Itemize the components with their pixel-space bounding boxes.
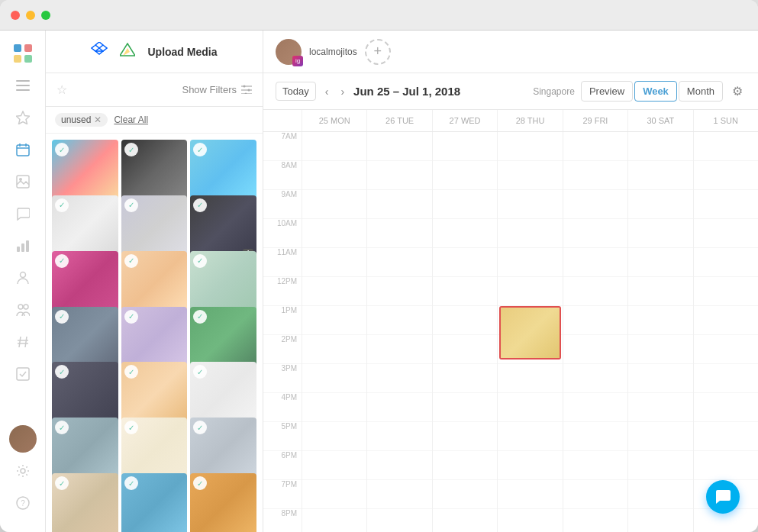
day-cell[interactable] bbox=[628, 509, 692, 532]
day-cell[interactable] bbox=[628, 277, 692, 306]
day-cell[interactable] bbox=[367, 364, 431, 393]
day-cell[interactable] bbox=[563, 161, 627, 190]
day-cell[interactable] bbox=[433, 277, 497, 306]
day-cell[interactable] bbox=[628, 190, 692, 219]
day-cell[interactable] bbox=[302, 422, 366, 451]
next-week-button[interactable]: › bbox=[337, 82, 347, 101]
day-cell[interactable] bbox=[563, 393, 627, 422]
day-cell[interactable] bbox=[498, 248, 562, 277]
day-cell[interactable] bbox=[628, 393, 692, 422]
minimize-button[interactable] bbox=[26, 11, 35, 20]
day-col-thu[interactable] bbox=[497, 132, 562, 532]
sidebar-people[interactable] bbox=[9, 264, 37, 292]
day-cell[interactable] bbox=[563, 480, 627, 509]
day-cell[interactable] bbox=[302, 364, 366, 393]
calendar-settings-icon[interactable]: ⚙ bbox=[729, 81, 746, 102]
day-cell[interactable] bbox=[563, 190, 627, 219]
gdrive-icon[interactable] bbox=[120, 43, 135, 60]
unused-tag[interactable]: unused ✕ bbox=[55, 113, 108, 127]
day-cell[interactable] bbox=[433, 161, 497, 190]
day-cell[interactable] bbox=[563, 509, 627, 532]
day-cell[interactable] bbox=[498, 190, 562, 219]
day-cell[interactable] bbox=[498, 509, 562, 532]
day-cell[interactable] bbox=[367, 277, 431, 306]
day-cell[interactable] bbox=[302, 190, 366, 219]
account-avatar[interactable]: ig bbox=[276, 39, 302, 65]
day-cell[interactable] bbox=[367, 480, 431, 509]
day-cell[interactable] bbox=[628, 219, 692, 248]
day-cell[interactable] bbox=[563, 306, 627, 335]
day-cell[interactable] bbox=[498, 480, 562, 509]
day-cell[interactable] bbox=[498, 393, 562, 422]
day-cell[interactable] bbox=[498, 219, 562, 248]
day-cell[interactable] bbox=[302, 161, 366, 190]
day-cell[interactable] bbox=[433, 248, 497, 277]
day-cell[interactable] bbox=[628, 306, 692, 335]
logo-icon[interactable] bbox=[9, 40, 37, 67]
day-cell[interactable] bbox=[498, 364, 562, 393]
media-thumb-21[interactable]: ✓ bbox=[190, 473, 256, 532]
day-cell[interactable] bbox=[367, 393, 431, 422]
maximize-button[interactable] bbox=[41, 11, 50, 20]
day-cell[interactable] bbox=[498, 451, 562, 480]
day-cell[interactable] bbox=[694, 132, 758, 161]
day-cell[interactable] bbox=[563, 335, 627, 364]
star-filter-icon[interactable]: ☆ bbox=[56, 82, 67, 97]
day-cell[interactable] bbox=[302, 248, 366, 277]
day-cell[interactable] bbox=[433, 219, 497, 248]
sidebar-settings[interactable] bbox=[9, 457, 37, 485]
day-col-sat[interactable] bbox=[627, 132, 692, 532]
day-cell[interactable] bbox=[694, 190, 758, 219]
day-cell[interactable] bbox=[628, 248, 692, 277]
sidebar-help[interactable]: ? bbox=[9, 489, 37, 517]
day-cell[interactable] bbox=[628, 451, 692, 480]
media-thumb-20[interactable]: ✓ bbox=[121, 473, 188, 532]
sidebar-hamburger[interactable] bbox=[9, 72, 37, 99]
day-cell[interactable] bbox=[367, 335, 431, 364]
day-cell[interactable] bbox=[367, 509, 431, 532]
day-cell[interactable] bbox=[694, 451, 758, 480]
day-cell[interactable] bbox=[367, 132, 431, 161]
day-cell[interactable] bbox=[563, 219, 627, 248]
day-cell[interactable] bbox=[302, 509, 366, 532]
day-col-wed[interactable] bbox=[432, 132, 497, 532]
day-cell[interactable] bbox=[628, 335, 692, 364]
day-cell[interactable] bbox=[367, 190, 431, 219]
day-cell[interactable] bbox=[302, 219, 366, 248]
day-cell[interactable] bbox=[302, 393, 366, 422]
day-cell[interactable] bbox=[563, 364, 627, 393]
show-filters-button[interactable]: Show Filters bbox=[182, 84, 252, 96]
day-cell[interactable] bbox=[433, 335, 497, 364]
day-cell[interactable] bbox=[563, 422, 627, 451]
day-cell[interactable] bbox=[628, 161, 692, 190]
day-cell[interactable] bbox=[367, 451, 431, 480]
day-cell[interactable] bbox=[302, 277, 366, 306]
day-cell[interactable] bbox=[694, 335, 758, 364]
sidebar-calendar[interactable] bbox=[9, 136, 37, 163]
sidebar-analytics[interactable] bbox=[9, 232, 37, 260]
day-cell[interactable] bbox=[563, 451, 627, 480]
prev-week-button[interactable]: ‹ bbox=[322, 82, 332, 101]
day-cell[interactable] bbox=[433, 422, 497, 451]
preview-view-button[interactable]: Preview bbox=[581, 81, 633, 102]
day-cell[interactable] bbox=[694, 219, 758, 248]
day-cell[interactable] bbox=[694, 161, 758, 190]
day-cell[interactable] bbox=[628, 132, 692, 161]
sidebar-team[interactable] bbox=[9, 296, 37, 324]
add-account-button[interactable]: + bbox=[365, 39, 391, 65]
today-button[interactable]: Today bbox=[276, 82, 316, 101]
day-cell[interactable] bbox=[694, 248, 758, 277]
month-view-button[interactable]: Month bbox=[679, 81, 723, 102]
day-cell[interactable] bbox=[302, 335, 366, 364]
sidebar-tasks[interactable] bbox=[9, 360, 37, 388]
remove-tag-icon[interactable]: ✕ bbox=[94, 114, 102, 125]
day-cell[interactable] bbox=[367, 422, 431, 451]
day-cell[interactable] bbox=[628, 364, 692, 393]
day-cell[interactable] bbox=[563, 132, 627, 161]
day-cell[interactable] bbox=[498, 161, 562, 190]
day-cell[interactable] bbox=[628, 422, 692, 451]
day-cell[interactable] bbox=[433, 509, 497, 532]
day-col-sun[interactable] bbox=[693, 132, 758, 532]
week-view-button[interactable]: Week bbox=[634, 81, 677, 102]
sidebar-star[interactable] bbox=[9, 104, 37, 131]
